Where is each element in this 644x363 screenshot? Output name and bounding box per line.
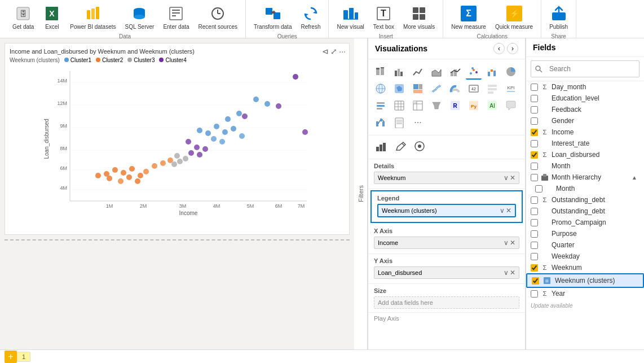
yaxis-chip[interactable]: Loan_disbursed ∨ ✕ xyxy=(374,266,519,279)
power-bi-button[interactable]: Power BI datasets xyxy=(67,2,119,32)
field-item-weekday[interactable]: Weekday xyxy=(526,251,644,262)
field-item-weeknum-clusters[interactable]: ⊞ Weeknum (clusters) xyxy=(526,273,644,288)
viz-icon-ribbon[interactable] xyxy=(429,81,444,97)
field-checkbox-outstanding-sigma[interactable] xyxy=(531,196,538,204)
field-item-outstanding[interactable]: Outstanding_debt xyxy=(526,205,644,217)
legend-chip[interactable]: Weeknum (clusters) ∨ ✕ xyxy=(377,204,516,217)
page-tab-1[interactable]: 1 xyxy=(17,352,30,362)
viz-panel-prev[interactable]: ‹ xyxy=(493,43,505,54)
refresh-button[interactable]: Refresh xyxy=(297,2,324,32)
viz-icon-paginated[interactable] xyxy=(391,115,407,130)
chart-more-icon[interactable]: ··· xyxy=(339,47,346,56)
yaxis-chip-chevron[interactable]: ∨ xyxy=(504,269,509,277)
viz-icon-clustered-bar[interactable] xyxy=(391,64,407,80)
viz-icon-ai-visual[interactable]: AI xyxy=(484,98,500,113)
new-measure-button[interactable]: Σ New measure xyxy=(448,2,489,32)
xaxis-chip[interactable]: Income ∨ ✕ xyxy=(374,237,519,249)
viz-icon-multirow-card[interactable] xyxy=(484,81,500,97)
field-checkbox-weeknum[interactable] xyxy=(531,264,538,272)
viz-icon-kpi[interactable]: KPI xyxy=(503,81,519,97)
more-visuals-button[interactable]: More visuals xyxy=(400,2,438,32)
field-item-interest[interactable]: Interest_rate xyxy=(526,138,644,149)
recent-sources-button[interactable]: Recent sources xyxy=(195,2,241,32)
field-checkbox-month[interactable] xyxy=(531,163,538,170)
viz-icon-table[interactable] xyxy=(391,98,407,113)
field-item-gender[interactable]: Gender xyxy=(526,115,644,126)
field-item-month[interactable]: Month xyxy=(526,160,644,172)
fields-search-input[interactable] xyxy=(545,63,636,75)
viz-icon-line[interactable] xyxy=(410,64,426,80)
field-checkbox-outstanding[interactable] xyxy=(531,208,538,215)
excel-button[interactable]: X Excel xyxy=(39,2,64,32)
details-chip-remove[interactable]: ✕ xyxy=(510,174,515,182)
viz-icon-speech-bubble[interactable] xyxy=(503,98,519,113)
filters-side-tab[interactable]: Filters xyxy=(354,38,368,349)
viz-icon-combo[interactable] xyxy=(447,64,463,80)
viz-icon-matrix[interactable] xyxy=(410,98,426,113)
xaxis-chip-chevron[interactable]: ∨ xyxy=(504,239,509,247)
viz-icon-gauge[interactable] xyxy=(447,81,463,97)
viz-icon-map[interactable] xyxy=(373,81,389,97)
field-item-day-month[interactable]: Σ Day_month xyxy=(526,81,644,93)
transform-button[interactable]: Transform data xyxy=(250,2,295,32)
xaxis-chip-remove[interactable]: ✕ xyxy=(510,239,515,247)
field-checkbox-education[interactable] xyxy=(531,95,538,102)
add-page-button[interactable]: + xyxy=(5,351,17,363)
field-item-quarter[interactable]: Quarter xyxy=(526,239,644,251)
viz-icon-pie[interactable] xyxy=(503,64,519,80)
field-checkbox-gender[interactable] xyxy=(531,117,538,125)
field-group-month-header[interactable]: Month Hierarchy ▲ xyxy=(526,172,644,183)
viz-icon-more[interactable]: ··· xyxy=(410,115,426,130)
viz-icon-r-visual[interactable]: R xyxy=(447,98,463,113)
field-checkbox-quarter[interactable] xyxy=(531,242,538,249)
field-checkbox-month-hierarchy[interactable] xyxy=(531,174,538,181)
viz-icon-filled-map[interactable] xyxy=(391,81,407,97)
field-checkbox-loan[interactable] xyxy=(531,151,538,159)
sql-button[interactable]: SQL Server xyxy=(122,2,158,32)
analytics-viz-tab[interactable] xyxy=(411,138,428,156)
field-item-promo[interactable]: Promo_Campaign xyxy=(526,217,644,228)
viz-icon-scatter[interactable] xyxy=(466,64,482,80)
field-item-outstanding-sigma[interactable]: Σ Outstanding_debt xyxy=(526,194,644,205)
viz-icon-funnel[interactable] xyxy=(429,98,444,113)
legend-chip-chevron[interactable]: ∨ xyxy=(500,207,505,215)
get-data-button[interactable]: 🗄 Get data xyxy=(9,2,37,32)
format-viz-tab[interactable] xyxy=(392,138,409,156)
field-item-income[interactable]: Σ Income xyxy=(526,126,644,138)
field-item-loan[interactable]: Σ Loan_disbursed xyxy=(526,149,644,160)
yaxis-chip-remove[interactable]: ✕ xyxy=(510,269,515,277)
field-checkbox-weekday[interactable] xyxy=(531,253,538,260)
field-item-weeknum[interactable]: Σ Weeknum xyxy=(526,262,644,273)
viz-icon-area[interactable] xyxy=(429,64,444,80)
viz-icon-slicer[interactable] xyxy=(373,98,389,113)
chart-filter-icon[interactable]: ⊲ xyxy=(322,47,329,56)
viz-icon-card[interactable]: 42 xyxy=(466,81,482,97)
viz-icon-stacked-bar[interactable] xyxy=(373,64,389,80)
quick-measure-button[interactable]: ⚡ Quick measure xyxy=(492,2,536,32)
legend-chip-remove[interactable]: ✕ xyxy=(506,207,511,215)
viz-icon-treemap[interactable] xyxy=(410,81,426,97)
field-checkbox-month-child[interactable] xyxy=(535,185,542,193)
field-checkbox-interest[interactable] xyxy=(531,140,538,147)
field-checkbox-year[interactable] xyxy=(531,290,538,298)
field-checkbox-weeknum-clusters[interactable] xyxy=(532,277,539,285)
month-hierarchy-toggle[interactable]: ▲ xyxy=(632,174,637,181)
build-viz-tab[interactable] xyxy=(373,138,390,156)
field-item-education[interactable]: Education_level xyxy=(526,93,644,104)
viz-icon-decomp[interactable] xyxy=(373,115,389,130)
details-chip-chevron[interactable]: ∨ xyxy=(504,174,509,182)
viz-icon-py-visual[interactable]: Py xyxy=(466,98,482,113)
field-item-year[interactable]: Σ Year xyxy=(526,288,644,299)
field-checkbox-purpose[interactable] xyxy=(531,230,538,238)
field-checkbox-promo[interactable] xyxy=(531,219,538,226)
viz-icon-waterfall[interactable] xyxy=(484,64,500,80)
chart-expand-icon[interactable]: ⤢ xyxy=(330,47,337,56)
publish-button[interactable]: Publish xyxy=(546,2,571,32)
field-item-feedback[interactable]: Feedback xyxy=(526,104,644,115)
field-checkbox-day-month[interactable] xyxy=(531,84,538,91)
field-checkbox-income[interactable] xyxy=(531,129,538,136)
viz-panel-next[interactable]: › xyxy=(507,43,518,54)
field-item-purpose[interactable]: Purpose xyxy=(526,228,644,239)
enter-data-button[interactable]: Enter data xyxy=(160,2,192,32)
text-box-button[interactable]: T Text box xyxy=(370,2,398,32)
